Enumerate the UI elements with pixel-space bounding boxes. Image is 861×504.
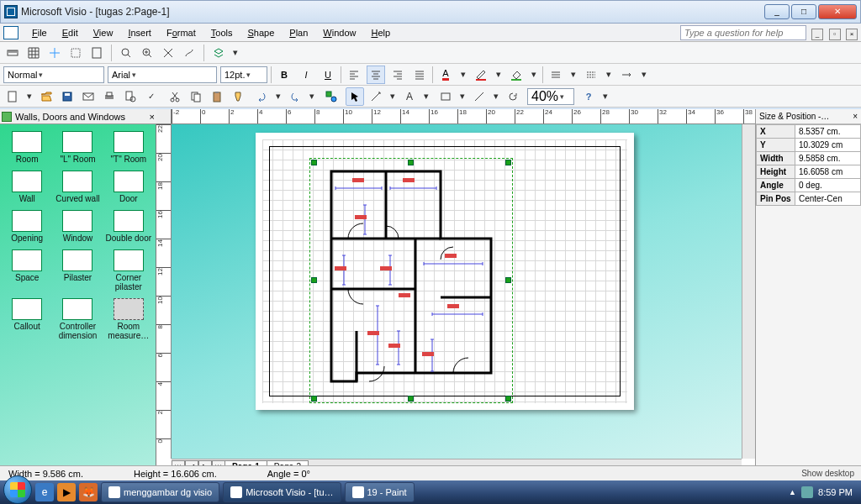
page[interactable] xyxy=(256,133,634,410)
wmp-icon[interactable]: ▶ xyxy=(57,483,76,501)
pointer-tool-icon[interactable] xyxy=(346,87,364,106)
menu-edit[interactable]: Edit xyxy=(55,26,85,39)
taskbar-item[interactable]: 19 - Paint xyxy=(345,482,415,502)
minimize-button[interactable]: _ xyxy=(764,4,790,19)
help-dd[interactable]: ▾ xyxy=(600,87,610,106)
scrollbar-vertical[interactable] xyxy=(742,124,755,459)
menu-tools[interactable]: Tools xyxy=(204,26,240,39)
floor-plan-selection[interactable] xyxy=(314,163,508,398)
text-tool-icon[interactable]: A xyxy=(400,87,419,106)
rect-dd[interactable]: ▾ xyxy=(457,87,467,106)
font-combo[interactable]: Arial▾ xyxy=(108,66,217,83)
layers-dd-icon[interactable]: ▾ xyxy=(230,44,240,62)
stencil-item-2[interactable]: "T" Room xyxy=(103,128,154,167)
align-justify-button[interactable] xyxy=(410,66,429,84)
zoomin-icon[interactable] xyxy=(138,44,156,62)
ruler-horizontal[interactable]: -202468101214161820222426283032343638 xyxy=(172,109,755,124)
preview-icon[interactable] xyxy=(121,87,140,106)
ie-icon[interactable]: e xyxy=(35,483,54,501)
new-icon[interactable] xyxy=(3,87,22,106)
font-color-button[interactable]: A xyxy=(436,66,455,84)
sp-val[interactable]: 10.3029 cm xyxy=(795,139,861,152)
ruler-icon[interactable] xyxy=(3,44,22,62)
new-dd[interactable]: ▾ xyxy=(24,87,34,106)
mail-icon[interactable] xyxy=(79,87,98,106)
tray-icon-1[interactable] xyxy=(801,486,813,498)
stencil-item-6[interactable]: Opening xyxy=(2,207,52,246)
menu-plan[interactable]: Plan xyxy=(283,26,314,39)
connector-tool-icon[interactable] xyxy=(367,87,385,106)
line-color-dd[interactable]: ▾ xyxy=(494,66,504,84)
line-tool-icon[interactable] xyxy=(470,87,489,106)
close-button[interactable]: ✕ xyxy=(818,4,857,19)
print-icon[interactable] xyxy=(100,87,119,106)
start-button[interactable] xyxy=(3,475,32,504)
sp-val[interactable]: 8.5357 cm. xyxy=(795,125,861,139)
line-weight-dd[interactable]: ▾ xyxy=(568,66,578,84)
menu-view[interactable]: View xyxy=(87,26,120,39)
align-left-button[interactable] xyxy=(345,66,363,84)
rotate-tool-icon[interactable] xyxy=(504,87,522,106)
stencil-item-12[interactable]: Callout xyxy=(2,295,52,344)
stencil-item-5[interactable]: Door xyxy=(103,167,154,207)
copy-icon[interactable] xyxy=(187,87,205,106)
stencil-item-11[interactable]: Corner pilaster xyxy=(103,246,154,295)
stencil-item-1[interactable]: "L" Room xyxy=(52,128,103,167)
spellcheck-icon[interactable]: ✓ xyxy=(142,87,161,106)
fill-color-button[interactable] xyxy=(507,66,526,84)
font-color-dd[interactable]: ▾ xyxy=(458,66,468,84)
line-color-button[interactable] xyxy=(472,66,490,84)
line-weight-button[interactable] xyxy=(547,66,565,84)
underline-button[interactable]: U xyxy=(319,66,337,84)
show-desktop-label[interactable]: Show desktop xyxy=(801,469,854,478)
menu-help[interactable]: Help xyxy=(364,26,397,39)
mdi-minimize[interactable]: _ xyxy=(811,29,823,40)
line-pattern-button[interactable] xyxy=(582,66,600,84)
guides-icon[interactable] xyxy=(45,44,64,62)
zoom-combo[interactable]: 40%▾ xyxy=(527,88,574,105)
align-center-button[interactable] xyxy=(367,66,385,84)
help-search-input[interactable] xyxy=(680,25,806,40)
stencil-item-13[interactable]: Controller dimension xyxy=(52,295,103,344)
redo-dd[interactable]: ▾ xyxy=(307,87,317,106)
maximize-button[interactable]: □ xyxy=(791,4,816,19)
stencil-item-7[interactable]: Window xyxy=(52,207,103,246)
sp-val[interactable]: Center-Cen xyxy=(795,192,861,206)
pagebreak-icon[interactable] xyxy=(87,44,106,62)
line-pattern-dd[interactable]: ▾ xyxy=(604,66,614,84)
style-combo[interactable]: Normal▾ xyxy=(3,66,104,83)
drawing-canvas[interactable] xyxy=(172,124,742,459)
undo-icon[interactable] xyxy=(252,87,271,106)
glue-icon[interactable] xyxy=(180,44,198,62)
stencil-close-icon[interactable]: × xyxy=(150,112,155,122)
taskbar-item[interactable]: Microsoft Visio - [tu… xyxy=(223,482,341,502)
snap-icon[interactable] xyxy=(159,44,177,62)
stencil-item-10[interactable]: Pilaster xyxy=(52,246,103,295)
mdi-close[interactable]: × xyxy=(846,29,858,40)
sp-val[interactable]: 0 deg. xyxy=(795,179,861,192)
tray-expand-icon[interactable]: ▲ xyxy=(789,488,796,496)
open-icon[interactable] xyxy=(37,87,55,106)
tray-clock[interactable]: 8:59 PM xyxy=(818,487,853,497)
mdi-restore[interactable]: ▫ xyxy=(829,29,841,40)
layers-icon[interactable] xyxy=(209,44,228,62)
menu-format[interactable]: Format xyxy=(160,26,203,39)
menu-insert[interactable]: Insert xyxy=(121,26,158,39)
paste-icon[interactable] xyxy=(208,87,226,106)
format-painter-icon[interactable] xyxy=(229,87,247,106)
line-ends-dd[interactable]: ▾ xyxy=(639,66,649,84)
stencil-item-14[interactable]: Room measure… xyxy=(103,295,154,344)
align-right-button[interactable] xyxy=(388,66,407,84)
redo-icon[interactable] xyxy=(286,87,304,106)
ruler-vertical[interactable]: 2220181614121086420 xyxy=(156,124,172,459)
zoom-icon[interactable] xyxy=(117,44,135,62)
rect-tool-icon[interactable] xyxy=(436,87,455,106)
connpoints-icon[interactable] xyxy=(66,44,85,62)
shapes-icon[interactable] xyxy=(322,87,341,106)
bold-button[interactable]: B xyxy=(275,66,293,84)
save-icon[interactable] xyxy=(58,87,77,106)
line-dd[interactable]: ▾ xyxy=(491,87,501,106)
cut-icon[interactable] xyxy=(166,87,184,106)
italic-button[interactable]: I xyxy=(297,66,315,84)
stencil-item-3[interactable]: Wall xyxy=(2,167,52,207)
